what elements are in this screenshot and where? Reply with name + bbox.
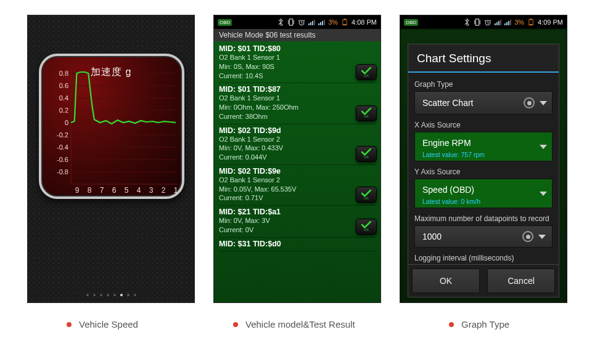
y-axis-value: Speed (OBD) xyxy=(422,185,540,195)
status-bar: OBD 3% 4:09 PM xyxy=(400,15,567,29)
test-result-range: Min: 0.05V, Max: 65.535V xyxy=(219,185,376,194)
caption-test-result: Vehicle model&Test Result xyxy=(233,319,355,330)
svg-text:7: 7 xyxy=(100,186,104,195)
cancel-button[interactable]: Cancel xyxy=(487,269,555,293)
svg-text:0: 0 xyxy=(65,119,68,126)
chevron-down-icon xyxy=(540,101,547,105)
svg-text:5: 5 xyxy=(125,186,129,195)
bluetooth-icon xyxy=(277,18,284,26)
vibrate-icon xyxy=(474,18,481,26)
svg-text:0.6: 0.6 xyxy=(59,82,68,89)
test-result-current: Current: 10.4S xyxy=(219,72,376,81)
svg-text:-0.8: -0.8 xyxy=(57,168,68,176)
max-points-label: Maximum number of datapoints to record xyxy=(414,214,553,223)
signal-icon xyxy=(318,19,325,25)
vehicle-speed-screen: 加速度 g xyxy=(28,15,194,302)
chart-settings-dialog: Chart Settings Graph Type Scatter Chart … xyxy=(408,44,559,297)
test-result-header: MID: $02 TID:$9e xyxy=(219,167,376,176)
signal-icon xyxy=(504,19,511,25)
dialog-title: Chart Settings xyxy=(408,44,559,73)
svg-text:8: 8 xyxy=(88,186,92,195)
test-result-sensor: O2 Bank 1 Sensor 2 xyxy=(219,135,376,144)
test-result-item[interactable]: MID: $01 TID:$87O2 Bank 1 Sensor 1Min: 0… xyxy=(219,83,376,124)
svg-text:3: 3 xyxy=(149,186,154,195)
x-axis-latest: Latest value: 757 rpm xyxy=(422,151,485,158)
ok-badge: OK xyxy=(356,146,377,162)
obd-badge-icon: OBD xyxy=(218,19,232,26)
y-axis-latest: Latest value: 0 km/h xyxy=(422,198,480,205)
svg-text:0.2: 0.2 xyxy=(59,107,68,114)
svg-text:0.8: 0.8 xyxy=(59,70,68,77)
y-axis-select[interactable]: Speed (OBD) Latest value: 0 km/h xyxy=(414,179,553,208)
test-result-header: MID: $01 TID:$87 xyxy=(219,85,376,94)
test-result-range: Min: 0V, Max: 3V xyxy=(219,217,376,225)
bullet-icon xyxy=(233,322,238,327)
alarm-icon xyxy=(298,18,305,26)
acceleration-gauge-panel[interactable]: 加速度 g xyxy=(39,54,184,199)
svg-text:9: 9 xyxy=(75,186,80,195)
x-axis-label: X Axis Source xyxy=(414,121,553,129)
test-result-current: Current: 0.71V xyxy=(219,194,376,203)
alarm-icon xyxy=(484,18,491,26)
max-points-input[interactable]: 1000 xyxy=(414,225,553,248)
y-axis-label: Y Axis Source xyxy=(414,168,553,176)
test-result-item[interactable]: MID: $02 TID:$9dO2 Bank 1 Sensor 2Min: 0… xyxy=(219,124,376,165)
radio-icon xyxy=(522,231,533,242)
phone-test-results: OBD 3% 4:08 PM Vehic xyxy=(213,15,381,303)
test-result-header: MID: $01 TID:$80 xyxy=(219,44,376,53)
svg-rect-36 xyxy=(530,24,533,25)
max-points-value: 1000 xyxy=(422,232,522,241)
svg-text:6: 6 xyxy=(112,186,117,195)
bluetooth-icon xyxy=(463,18,471,26)
ok-badge: OK xyxy=(356,187,377,203)
svg-text:-0.6: -0.6 xyxy=(57,156,68,163)
log-interval-label: Logging interval (milliseconds) xyxy=(414,254,553,262)
svg-text:0.4: 0.4 xyxy=(59,94,68,102)
test-result-header: MID: $02 TID:$9d xyxy=(219,126,376,135)
test-result-item[interactable]: MID: $31 TID:$d0 xyxy=(219,238,376,251)
test-result-header: MID: $21 TID:$a1 xyxy=(219,208,376,216)
signal-icon xyxy=(495,19,501,25)
test-result-item[interactable]: MID: $01 TID:$80O2 Bank 1 Sensor 1Min: 0… xyxy=(219,42,376,83)
caption-vehicle-speed: Vehicle Speed xyxy=(67,319,138,330)
x-axis-select[interactable]: Engine RPM Latest value: 757 rpm xyxy=(414,132,553,161)
page-indicator[interactable] xyxy=(28,294,194,296)
signal-icon xyxy=(308,19,315,25)
svg-rect-32 xyxy=(343,24,347,25)
dialog-buttons: OK Cancel xyxy=(408,264,559,297)
graph-type-select[interactable]: Scatter Chart xyxy=(414,91,553,115)
x-axis-value: Engine RPM xyxy=(422,138,540,148)
bullet-icon xyxy=(449,322,454,327)
radio-icon xyxy=(524,97,535,108)
phone-chart-settings: OBD 3% 4:09 PM xyxy=(400,15,567,303)
ok-badge: OK xyxy=(356,219,377,235)
svg-text:1: 1 xyxy=(174,186,178,195)
svg-text:-0.4: -0.4 xyxy=(57,144,68,151)
clock: 4:09 PM xyxy=(538,18,563,26)
svg-rect-35 xyxy=(530,18,532,20)
acceleration-chart: 0.8 0.6 0.4 0.2 0 -0.2 -0.4 -0.6 -0.8 9 … xyxy=(46,61,182,196)
test-result-sensor: O2 Bank 1 Sensor 1 xyxy=(219,94,376,103)
obd-badge-icon: OBD xyxy=(404,19,418,26)
svg-text:-0.2: -0.2 xyxy=(57,131,68,139)
chevron-down-icon xyxy=(540,192,547,196)
battery-icon xyxy=(341,18,348,26)
test-result-header: MID: $31 TID:$d0 xyxy=(219,240,376,248)
test-result-item[interactable]: MID: $21 TID:$a1Min: 0V, Max: 3VCurrent:… xyxy=(219,206,376,238)
clock: 4:08 PM xyxy=(352,18,377,26)
graph-type-label: Graph Type xyxy=(414,80,553,89)
vibrate-icon xyxy=(287,18,295,26)
ok-button[interactable]: OK xyxy=(412,269,480,293)
bullet-icon xyxy=(67,322,72,327)
test-result-sensor: O2 Bank 1 Sensor 2 xyxy=(219,176,376,185)
svg-text:4: 4 xyxy=(137,186,141,195)
ok-badge: OK xyxy=(356,105,377,121)
phone-vehicle-speed: 加速度 g xyxy=(27,15,195,303)
battery-level: 3% xyxy=(514,18,524,26)
test-results-list[interactable]: MID: $01 TID:$80O2 Bank 1 Sensor 1Min: 0… xyxy=(214,41,380,251)
test-result-range: Min: 0S, Max: 90S xyxy=(219,63,376,71)
test-result-range: Min: 0Ohm, Max: 250Ohm xyxy=(219,103,376,112)
test-result-sensor: O2 Bank 1 Sensor 1 xyxy=(219,54,376,62)
test-result-current: Current: 38Ohm xyxy=(219,113,376,121)
test-result-item[interactable]: MID: $02 TID:$9eO2 Bank 1 Sensor 2Min: 0… xyxy=(219,165,376,206)
